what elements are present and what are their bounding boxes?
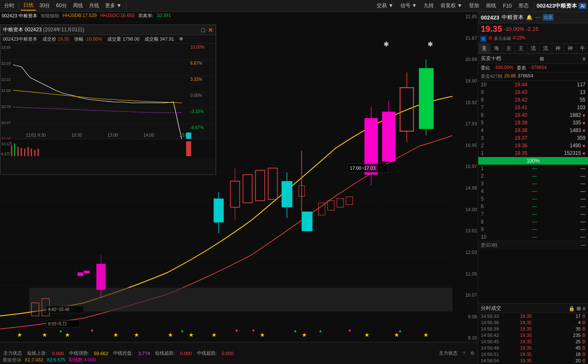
tab-神2[interactable]: 神 <box>564 44 577 53</box>
help-btn[interactable]: ? <box>463 351 465 356</box>
trade-price-7: 19.35 <box>510 358 532 363</box>
svg-rect-112 <box>11 146 12 156</box>
chart-area[interactable]: 002423 中粮资本 智能辅助 HHJSDB:17.529 HHJSDC:16… <box>0 12 478 364</box>
mini-张幅: 张幅 -10.00% <box>74 36 102 42</box>
lock-icon[interactable]: 🔒 <box>569 306 575 312</box>
y-label-10: 13.02 <box>453 228 477 233</box>
buy-level-9: 9 <box>478 226 491 233</box>
table-icon[interactable]: ≡ <box>582 56 585 62</box>
tab-神1[interactable]: 神 <box>552 44 564 53</box>
x-label-3: 14:00 <box>144 133 154 138</box>
svg-rect-29 <box>243 175 252 203</box>
toolbar-btn-画线[interactable]: 画线 <box>483 1 499 10</box>
svg-rect-18 <box>96 264 105 290</box>
sell-level-4: 4 <box>478 127 491 134</box>
buy-level-8: 8 <box>478 218 491 226</box>
y-label-8: 14.98 <box>453 185 477 190</box>
svg-text:★: ★ <box>302 331 307 338</box>
ind-label-2: 主力状态 <box>439 350 458 356</box>
change-pct: -10.00% <box>504 26 524 32</box>
buy-vol-4: — <box>540 188 588 195</box>
委比-value: -100.00% <box>494 65 513 71</box>
buy-vol-6: — <box>540 203 588 210</box>
mini-restore-btn[interactable]: ⊕ <box>179 36 183 42</box>
sell-level-1: 1 <box>478 149 491 157</box>
toolbar-btn-F10[interactable]: F10 <box>500 2 514 10</box>
toolbar-btn-九转[interactable]: 九转 <box>421 1 436 10</box>
table-icon2[interactable]: ≡ <box>582 306 585 312</box>
export-icon2[interactable]: ⊞ <box>577 306 581 312</box>
toolbar-btn-前复权[interactable]: 前复权 ▼ <box>438 1 465 10</box>
self-select-btn[interactable]: 自选 <box>543 14 554 21</box>
svg-text:9.82~10.48: 9.82~10.48 <box>48 307 69 312</box>
sell-vol-2: 1490 ● <box>530 142 588 149</box>
ai-label[interactable]: Ai <box>579 3 586 9</box>
tab-主3[interactable]: 主 <box>515 44 527 53</box>
svg-text:★: ★ <box>113 331 119 338</box>
close-button[interactable]: ✕ <box>208 27 213 33</box>
minus-btn[interactable]: — <box>535 14 540 20</box>
toolbar-btn-月线[interactable]: 月线 <box>86 1 102 10</box>
buy-price-2: — <box>491 172 540 180</box>
trade-price-2: 19.35 <box>510 326 532 331</box>
toolbar-btn-更多[interactable]: 更多 ▼ <box>103 1 124 10</box>
alarm-icon[interactable]: 🔔 <box>526 14 533 20</box>
buy-row-7: 7 — — <box>478 210 588 218</box>
toolbar-btn-日线[interactable]: 日线 <box>21 1 36 11</box>
委买-value: — <box>581 242 585 248</box>
mini-chart-popup: 中粮资本 002423 (2024年11月01日) □ ✕ 002423中粮资本… <box>0 25 216 175</box>
mini-code-prefix: 002423中粮资本 <box>3 36 37 42</box>
svg-rect-30 <box>255 170 265 201</box>
toolbar-btn-30分[interactable]: 30分 <box>37 1 53 10</box>
hhjsdc-label: HHJSDC:16.655 <box>100 13 134 19</box>
sell-vol-1: 152315 ● <box>530 149 588 157</box>
toolbar-btn-60分[interactable]: 60分 <box>53 1 69 10</box>
svg-rect-116 <box>24 149 25 156</box>
y-label-15: 8.10 <box>453 335 477 340</box>
tab-流1[interactable]: 流 <box>527 44 540 53</box>
svg-text:10.00%: 10.00% <box>190 45 205 50</box>
sell-row-4: 4 19.38 1483 ● <box>478 127 588 134</box>
svg-rect-22 <box>84 271 90 273</box>
svg-text:★: ★ <box>211 331 217 338</box>
sell-row-3: 3 19.37 359 <box>478 134 588 142</box>
tab-牛[interactable]: 牛 <box>577 44 588 53</box>
toolbar-btn-登加[interactable]: 登加 <box>466 1 482 10</box>
toolbar-btn-分时[interactable]: 分时 <box>2 1 17 10</box>
toolbar-btn-形态[interactable]: 形态 <box>516 1 531 10</box>
svg-rect-114 <box>17 147 19 156</box>
buy-level-5: 5 <box>478 195 491 203</box>
buy-level-7: 7 <box>478 210 491 218</box>
toolbar-btn-周线[interactable]: 周线 <box>70 1 86 10</box>
trade-type-2: B <box>582 326 585 331</box>
tab-主1[interactable]: 主 <box>478 44 491 53</box>
svg-text:▲: ▲ <box>180 328 184 333</box>
stock-info-bar: 002423 中粮资本 🔔 — 自选 <box>478 12 588 23</box>
svg-rect-40 <box>337 199 344 207</box>
tab-流2[interactable]: 流 <box>540 44 552 53</box>
trade-row-2: 14:56:39 19.35 35 B <box>478 326 588 332</box>
trade-row-3: 14:56:42 19.35 235 B <box>478 332 588 339</box>
buy-price-4: — <box>491 188 540 195</box>
toolbar-btn-交易[interactable]: 交易 ▼ <box>374 1 396 10</box>
trade-row-1: 14:56:36 19.35 4 B <box>478 320 588 326</box>
settings-btn[interactable]: ⚙ <box>470 350 474 356</box>
tab-主2[interactable]: 主 <box>503 44 515 53</box>
hhjsdb-label: HHJSDB:17.529 <box>63 13 97 19</box>
mini-成交价: 成交价 19.35 <box>42 36 69 42</box>
chart-y-axis: 22.85 21.87 20.88 19.90 18.92 17.93 16.9… <box>452 12 478 364</box>
tab-海[interactable]: 海 <box>491 44 503 53</box>
y-label-7: 15.97 <box>453 164 477 169</box>
svg-rect-119 <box>34 150 36 156</box>
buy-level-3: 3 <box>478 180 491 188</box>
export-icon[interactable]: ⊞ <box>540 56 544 62</box>
tag-低: 低 <box>480 36 487 42</box>
svg-text:✱: ✱ <box>383 40 389 47</box>
minimize-button[interactable]: □ <box>201 27 205 33</box>
svg-text:13.1万: 13.1万 <box>1 142 12 146</box>
time-trades-controls: 🔒 ⊞ ≡ <box>569 306 585 312</box>
buy-price-9: — <box>491 226 540 233</box>
sell-row-9: 9 19.43 13 <box>478 88 588 96</box>
ind-val5-label: 中线超跌: <box>197 350 217 356</box>
toolbar-btn-信号[interactable]: 信号 ▼ <box>398 1 419 10</box>
